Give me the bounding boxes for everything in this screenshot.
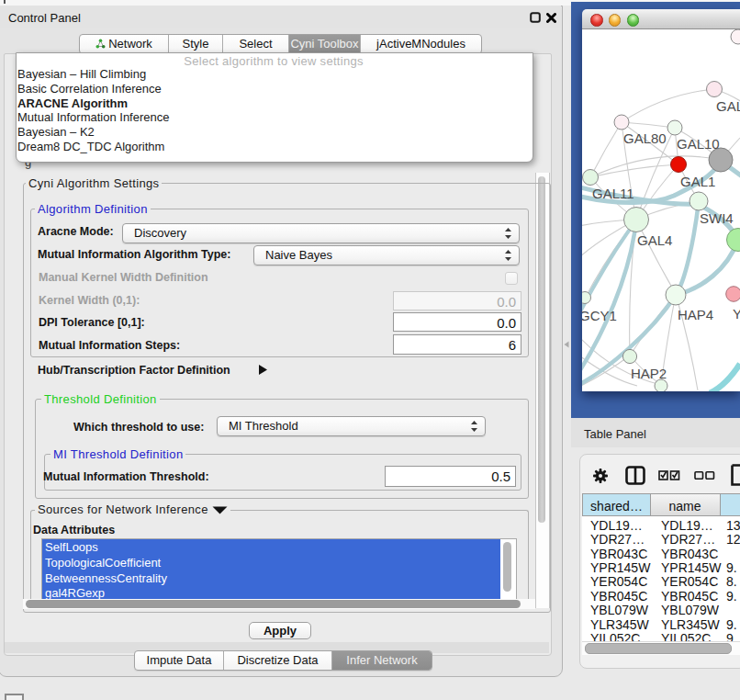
svg-text:GAL80: GAL80	[623, 130, 667, 146]
svg-text:HAP2: HAP2	[631, 366, 667, 381]
svg-text:GCY1: GCY1	[582, 308, 617, 323]
svg-text:GAL11: GAL11	[592, 186, 634, 201]
svg-text:GAL10: GAL10	[677, 136, 720, 152]
svg-text:HAP4: HAP4	[678, 307, 713, 322]
svg-text:GAL1: GAL1	[680, 174, 715, 189]
svg-text:GAL7: GAL7	[716, 98, 740, 114]
svg-text:Y: Y	[733, 306, 740, 322]
svg-text:GAL4: GAL4	[637, 232, 672, 248]
svg-text:SWI4: SWI4	[700, 210, 734, 226]
